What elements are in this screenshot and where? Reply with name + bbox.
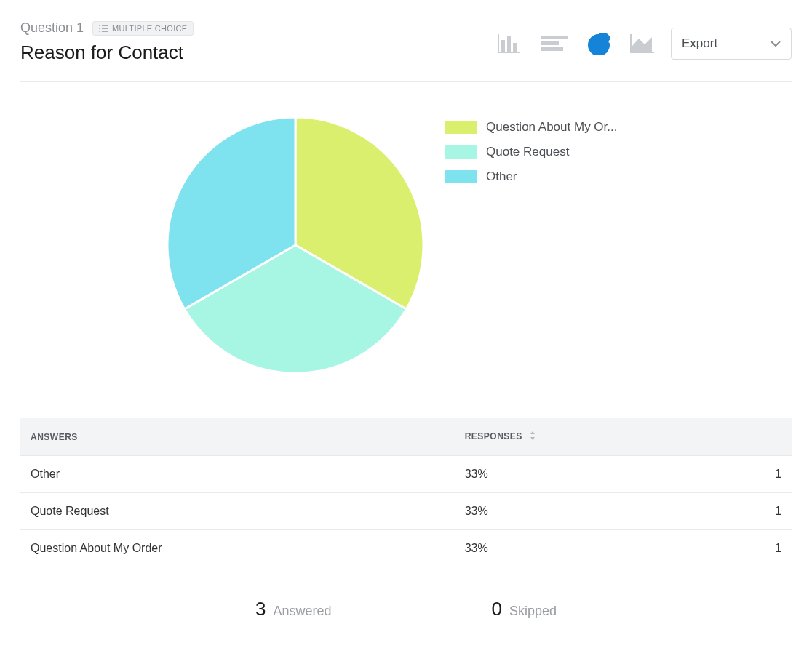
answered-summary: 3 Answered (255, 598, 332, 620)
question-title: Reason for Contact (20, 41, 194, 64)
chevron-down-icon (771, 41, 781, 47)
cell-count: 1 (715, 493, 792, 530)
svg-rect-9 (541, 36, 568, 39)
question-number: Question 1 (20, 20, 84, 36)
legend: Question About My Or...Quote RequestOthe… (445, 116, 617, 184)
table-row: Other33%1 (20, 456, 792, 493)
question-header-left: Question 1 MULTIPLE CHOICE Reason for Co… (20, 20, 194, 64)
answered-count: 3 (255, 598, 266, 620)
question-header: Question 1 MULTIPLE CHOICE Reason for Co… (20, 20, 792, 64)
svg-rect-10 (541, 41, 559, 45)
legend-label: Quote Request (486, 145, 569, 159)
export-button[interactable]: Export (671, 28, 792, 60)
pie-chart (166, 116, 425, 375)
svg-point-0 (99, 25, 100, 26)
list-icon (99, 25, 108, 32)
question-header-right: Export (498, 20, 792, 60)
skipped-summary: 0 Skipped (491, 598, 557, 620)
svg-rect-4 (102, 28, 108, 29)
table-row: Quote Request33%1 (20, 493, 792, 530)
legend-item[interactable]: Other (445, 169, 617, 184)
sort-icon (530, 431, 536, 442)
question-label-row: Question 1 MULTIPLE CHOICE (20, 20, 194, 36)
cell-pct: 33% (455, 530, 715, 567)
svg-rect-5 (102, 31, 108, 32)
cell-answer: Quote Request (20, 493, 455, 530)
question-type-badge: MULTIPLE CHOICE (92, 21, 194, 36)
answered-label: Answered (273, 604, 331, 619)
pie-chart-icon[interactable] (588, 33, 610, 55)
chart-area: Question About My Or...Quote RequestOthe… (20, 82, 792, 404)
col-responses[interactable]: RESPONSES (455, 418, 715, 456)
cell-count: 1 (715, 530, 792, 567)
horizontal-bar-icon[interactable] (541, 36, 568, 52)
skipped-label: Skipped (509, 604, 557, 619)
svg-rect-6 (501, 40, 505, 52)
col-count (715, 418, 792, 456)
skipped-count: 0 (491, 598, 501, 620)
cell-answer: Question About My Order (20, 530, 455, 567)
cell-answer: Other (20, 456, 455, 493)
legend-item[interactable]: Question About My Or... (445, 120, 617, 135)
export-button-label: Export (682, 36, 717, 51)
svg-rect-7 (507, 36, 511, 52)
table-row: Question About My Order33%1 (20, 530, 792, 567)
svg-rect-3 (102, 25, 108, 26)
legend-label: Question About My Or... (486, 120, 617, 135)
answers-table-head-row: ANSWERS RESPONSES (20, 418, 792, 456)
bar-chart-icon[interactable] (498, 34, 521, 53)
legend-label: Other (486, 169, 517, 184)
col-responses-label: RESPONSES (465, 431, 522, 441)
legend-item[interactable]: Quote Request (445, 145, 617, 159)
legend-swatch (445, 121, 477, 134)
area-chart-icon[interactable] (630, 34, 655, 53)
legend-swatch (445, 170, 477, 183)
col-answers: ANSWERS (20, 418, 455, 456)
svg-rect-11 (541, 47, 563, 51)
svg-point-2 (99, 31, 100, 32)
cell-pct: 33% (455, 456, 715, 493)
svg-rect-8 (513, 43, 517, 52)
question-type-text: MULTIPLE CHOICE (112, 24, 187, 33)
cell-pct: 33% (455, 493, 715, 530)
chart-type-switcher (498, 33, 655, 55)
svg-point-1 (99, 28, 100, 29)
summary-row: 3 Answered 0 Skipped (20, 567, 792, 620)
cell-count: 1 (715, 456, 792, 493)
legend-swatch (445, 145, 477, 159)
answers-table: ANSWERS RESPONSES Other33%1Quote Request… (20, 418, 792, 567)
